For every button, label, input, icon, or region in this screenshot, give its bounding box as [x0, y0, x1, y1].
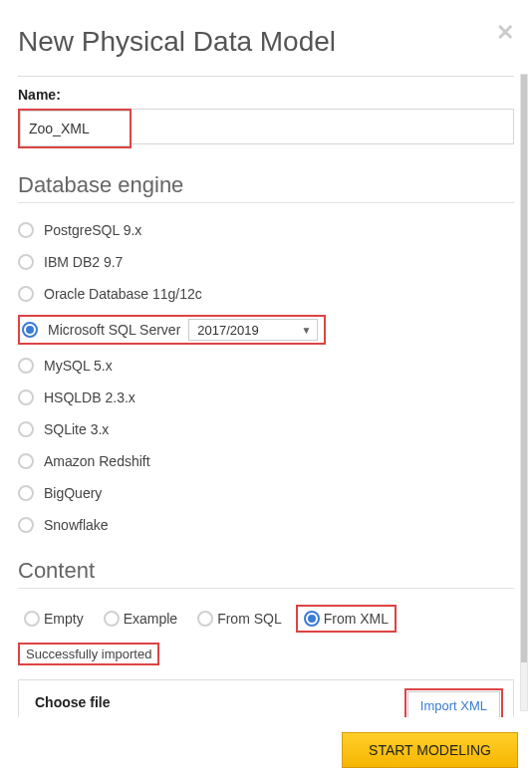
divider: [18, 202, 514, 203]
content-option-example[interactable]: Example: [98, 607, 183, 631]
engine-option-label: Microsoft SQL Server: [48, 322, 180, 338]
engine-option-mysql[interactable]: MySQL 5.x: [18, 355, 514, 377]
engine-option-hsqldb[interactable]: HSQLDB 2.3.x: [18, 387, 514, 408]
engine-option-label: MySQL 5.x: [44, 358, 113, 374]
engine-option-label: SQLite 3.x: [44, 421, 109, 437]
engine-option-label: PostgreSQL 9.x: [44, 222, 141, 238]
content-option-label: Empty: [44, 611, 84, 627]
radio-icon: [18, 222, 34, 238]
chevron-down-icon: ▼: [301, 325, 311, 336]
radio-icon: [18, 254, 34, 270]
radio-icon: [18, 389, 34, 405]
divider: [18, 76, 514, 77]
engine-radio-group: PostgreSQL 9.x IBM DB2 9.7 Oracle Databa…: [18, 219, 514, 536]
radio-icon: [18, 517, 34, 533]
radio-icon: [22, 322, 38, 338]
divider: [18, 588, 514, 589]
engine-option-bigquery[interactable]: BigQuery: [18, 482, 514, 504]
engine-option-label: Oracle Database 11g/12c: [44, 286, 202, 302]
engine-option-sqlite[interactable]: SQLite 3.x: [18, 418, 514, 440]
radio-icon: [304, 611, 320, 627]
radio-icon: [18, 286, 34, 302]
engine-option-label: Snowflake: [44, 517, 109, 533]
engine-section-title: Database engine: [18, 172, 514, 198]
radio-icon: [18, 485, 34, 501]
radio-icon: [18, 358, 34, 374]
engine-option-label: BigQuery: [44, 485, 102, 501]
engine-option-snowflake[interactable]: Snowflake: [18, 514, 514, 536]
radio-icon: [18, 453, 34, 469]
engine-option-mssql[interactable]: Microsoft SQL Server 2017/2019 ▼: [22, 319, 318, 341]
scrollbar-thumb[interactable]: [521, 75, 527, 662]
radio-icon: [104, 611, 120, 627]
engine-option-label: Amazon Redshift: [44, 453, 150, 469]
name-label: Name:: [18, 87, 514, 103]
content-radio-group: Empty Example From SQL From XML: [18, 605, 514, 633]
import-status: Successfully imported: [18, 643, 159, 665]
content-option-label: From XML: [324, 611, 389, 627]
engine-option-label: HSQLDB 2.3.x: [44, 389, 135, 405]
radio-icon: [18, 421, 34, 437]
close-icon[interactable]: ✕: [496, 20, 514, 46]
name-input-ext[interactable]: [132, 109, 514, 144]
name-input[interactable]: [20, 111, 130, 146]
content-option-empty[interactable]: Empty: [18, 607, 90, 631]
engine-option-db2[interactable]: IBM DB2 9.7: [18, 251, 514, 273]
dialog-title: New Physical Data Model: [18, 26, 514, 58]
engine-option-label: IBM DB2 9.7: [44, 254, 123, 270]
content-option-from-sql[interactable]: From SQL: [191, 607, 288, 631]
engine-option-postgresql[interactable]: PostgreSQL 9.x: [18, 219, 514, 241]
content-option-from-xml[interactable]: From XML: [296, 605, 397, 633]
content-option-label: Example: [124, 611, 177, 627]
engine-option-redshift[interactable]: Amazon Redshift: [18, 450, 514, 472]
start-modeling-button[interactable]: START MODELING: [342, 732, 518, 768]
radio-icon: [24, 611, 40, 627]
scrollbar[interactable]: [520, 74, 528, 711]
file-panel: Choose file Choose File outModel.xml Imp…: [18, 679, 514, 717]
engine-option-oracle[interactable]: Oracle Database 11g/12c: [18, 283, 514, 305]
mssql-version-value: 2017/2019: [197, 323, 258, 338]
mssql-version-select[interactable]: 2017/2019 ▼: [188, 319, 318, 341]
content-option-label: From SQL: [217, 611, 282, 627]
radio-icon: [197, 611, 213, 627]
import-xml-button[interactable]: Import XML: [407, 691, 500, 717]
content-section-title: Content: [18, 558, 514, 584]
